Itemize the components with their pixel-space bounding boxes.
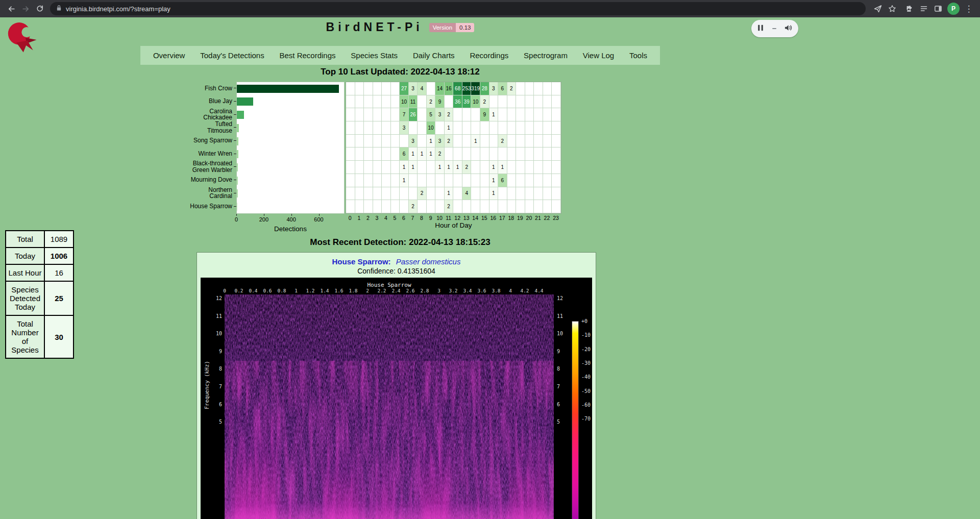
spectrogram-time-tick: 2.2 [375, 288, 389, 293]
heatmap-cell [418, 174, 427, 187]
heatmap-cell [534, 187, 543, 201]
heatmap-cell: 9 [435, 95, 445, 109]
detections-bar [237, 150, 238, 158]
stat-value-link[interactable]: 25 [44, 281, 74, 315]
heatmap-cell [507, 147, 517, 161]
hour-tick: 14 [471, 215, 480, 221]
heatmap-cell [462, 174, 472, 187]
bar-axis-tick: 200 [256, 216, 272, 223]
spectrogram-time-tick: 2.6 [403, 288, 418, 293]
heatmap-cell: 1 [453, 161, 462, 174]
heatmap-hours: 01234567891011121314151617181920212223 [346, 215, 561, 221]
heatmap-cell: 11 [409, 95, 418, 109]
nav-item-species-stats[interactable]: Species Stats [351, 51, 398, 60]
heatmap-cell: 10 [471, 95, 480, 109]
heatmap-cell: 28 [480, 82, 489, 95]
heatmap-cell [525, 174, 534, 187]
table-row: Total Number of Species 30 [6, 315, 74, 358]
hour-tick: 0 [346, 215, 355, 221]
heatmap-cell [480, 135, 489, 148]
heatmap-cell [462, 135, 472, 148]
side-panel-icon[interactable] [931, 2, 945, 16]
heatmap-grid: 2734141668253319283621011293639102726532… [346, 82, 561, 214]
nav-item-spectrogram[interactable]: Spectrogram [524, 51, 568, 60]
colorbar-tick: -20 [581, 347, 591, 352]
heatmap-cell [552, 187, 561, 201]
heatmap-cell [507, 200, 517, 213]
hour-tick: 21 [533, 215, 543, 221]
address-bar[interactable]: virginia.birdnetpi.com/?stream=play [50, 2, 866, 15]
heatmap-cell [525, 187, 534, 201]
heatmap-cell [418, 108, 427, 121]
heatmap-cell [516, 95, 525, 109]
url-text[interactable]: virginia.birdnetpi.com/?stream=play [66, 5, 170, 13]
reading-list-icon[interactable] [917, 2, 931, 16]
heatmap-cell [355, 200, 364, 213]
heatmap-cell [507, 187, 517, 201]
heatmap-cell [382, 82, 391, 95]
nav-item-today-s-detections[interactable]: Today's Detections [200, 51, 264, 60]
heatmap-cell [373, 147, 382, 161]
heatmap-cell [373, 174, 382, 187]
menu-icon[interactable]: ⋮ [962, 2, 976, 16]
reload-button[interactable] [33, 2, 47, 16]
nav-item-best-recordings[interactable]: Best Recordings [279, 51, 335, 60]
nav-item-view-log[interactable]: View Log [583, 51, 614, 60]
mute-button[interactable] [784, 24, 793, 34]
spectrogram-time-tick: 1 [289, 288, 303, 293]
heatmap-cell [435, 174, 445, 187]
heatmap-cell [516, 200, 525, 213]
nav-item-recordings[interactable]: Recordings [470, 51, 508, 60]
heatmap-cell [543, 95, 552, 109]
nav-item-daily-charts[interactable]: Daily Charts [413, 51, 455, 60]
bookmark-star-icon[interactable] [885, 2, 899, 16]
spectrogram: House Sparrow Frequency (kHz) [201, 278, 592, 519]
back-button[interactable] [4, 2, 18, 16]
heatmap-cell: 14 [435, 82, 445, 95]
forward-button[interactable] [18, 2, 33, 16]
heatmap-cell [525, 200, 534, 213]
browser-toolbar: virginia.birdnetpi.com/?stream=play P ⋮ [0, 0, 980, 17]
extensions-icon[interactable] [902, 2, 917, 16]
heatmap-cell [480, 174, 489, 187]
heatmap-cell [507, 95, 517, 109]
heatmap-cell [445, 174, 454, 187]
heatmap-cell [552, 161, 561, 174]
nav-item-overview[interactable]: Overview [153, 51, 185, 60]
heatmap-cell [516, 108, 525, 121]
hour-tick: 2 [363, 215, 373, 221]
detections-bar [237, 111, 244, 119]
heatmap-cell: 26 [409, 108, 418, 121]
heatmap-cell [489, 121, 499, 135]
spectrogram-time-tick: 1.6 [332, 288, 346, 293]
heatmap-cell [525, 95, 534, 109]
heatmap-cell [364, 135, 373, 148]
heatmap-cell [418, 200, 427, 213]
heatmap-cell [543, 174, 552, 187]
heatmap-cell: 7 [400, 108, 409, 121]
heatmap-cell: 4 [462, 187, 472, 201]
detected-species-scientific[interactable]: Passer domesticus [396, 257, 461, 266]
heatmap-cell [391, 187, 400, 201]
stat-value-link[interactable]: 30 [44, 315, 74, 358]
spectrogram-time-tick: 0.8 [275, 288, 289, 293]
audio-player[interactable] [751, 20, 798, 37]
heatmap-cell [516, 121, 525, 135]
nav-item-tools[interactable]: Tools [629, 51, 647, 60]
heatmap-cell: 2 [409, 200, 418, 213]
detected-species-link[interactable]: House Sparrow: [332, 257, 391, 266]
heatmap-cell [346, 95, 355, 109]
page-title: BirdNET-Pi [326, 20, 423, 34]
heatmap-cell [525, 147, 534, 161]
heatmap-cell [346, 147, 355, 161]
send-icon[interactable] [871, 2, 885, 16]
heatmap-cell [480, 187, 489, 201]
spectrogram-freq-tick: 8 [557, 366, 570, 372]
pause-button[interactable] [757, 24, 764, 34]
heatmap-cell: 16 [445, 82, 454, 95]
species-label: Tufted Titmouse [189, 121, 236, 134]
profile-avatar[interactable]: P [947, 3, 960, 15]
heatmap-cell [471, 147, 480, 161]
stat-value-link[interactable]: 1006 [44, 248, 74, 264]
detections-bar [237, 189, 238, 197]
